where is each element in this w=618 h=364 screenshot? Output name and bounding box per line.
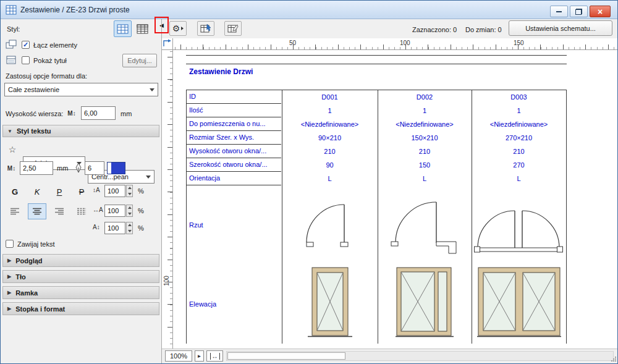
section-collapsed-icon: ▶ xyxy=(7,290,11,295)
scheme-settings-button[interactable]: Ustawienia schematu... xyxy=(509,20,612,36)
char-spacing-input[interactable] xyxy=(104,222,125,234)
pending-count-label: Do zmian: 0 xyxy=(465,26,502,33)
line-spacing-stepper[interactable] xyxy=(126,185,133,197)
char-width-stepper[interactable] xyxy=(126,205,133,217)
table-cell[interactable]: 210 xyxy=(472,145,565,158)
table-cell[interactable]: D001 xyxy=(282,90,377,104)
door-plan-d003[interactable] xyxy=(474,206,563,253)
fit-in-window-button[interactable]: ↔ xyxy=(206,350,223,362)
row-label[interactable]: Wysokość otworu okna/... xyxy=(187,145,281,158)
font-size-icon-button[interactable]: M↕ xyxy=(4,161,19,175)
line-spacing-input[interactable] xyxy=(104,185,125,197)
close-button[interactable]: × xyxy=(590,6,611,17)
table-cell[interactable]: L xyxy=(472,172,565,185)
align-center-button[interactable] xyxy=(28,203,46,219)
row-height-input[interactable] xyxy=(81,106,116,120)
section-frame-label: Ramka xyxy=(15,289,38,297)
row-label[interactable]: Do pomieszczenia o nu... xyxy=(187,117,281,131)
zoom-level-button[interactable]: 100% xyxy=(165,350,192,362)
row-label[interactable]: Ilość xyxy=(187,104,281,117)
pen-number-input[interactable] xyxy=(85,161,104,175)
pickup-parameters-button[interactable] xyxy=(197,21,214,36)
table-cell[interactable]: <Niezdefiniowane> xyxy=(282,117,377,131)
apply-format-label: Zastosuj opcje formatu dla: xyxy=(6,72,87,80)
char-spacing-stepper[interactable] xyxy=(126,222,133,234)
door-elevation-d003[interactable] xyxy=(477,266,561,341)
row-label[interactable]: Szerokość otworu okna/... xyxy=(187,158,281,172)
row-height-label: Wysokość wiersza: xyxy=(6,110,63,117)
align-justify-icon xyxy=(77,208,87,215)
table-cell[interactable]: 150×210 xyxy=(378,131,471,145)
minimize-button[interactable] xyxy=(550,6,568,17)
table-cell[interactable]: D002 xyxy=(378,90,471,104)
section-frame[interactable]: ▶ Ramka xyxy=(2,286,159,299)
section-background[interactable]: ▶ Tło xyxy=(2,270,159,283)
table-cell[interactable]: D003 xyxy=(472,90,565,104)
table-cell[interactable]: 270 xyxy=(472,158,565,172)
wrap-text-checkbox[interactable] xyxy=(6,240,14,248)
scrollbar-thumb[interactable] xyxy=(227,352,345,360)
view-table-toggle[interactable] xyxy=(133,20,151,37)
align-justify-button[interactable] xyxy=(72,203,91,219)
section-text-style[interactable]: ▼ Styl tekstu xyxy=(2,125,159,137)
row-label[interactable]: ID xyxy=(187,90,281,104)
table-cell[interactable]: 270×210 xyxy=(472,131,565,145)
align-left-button[interactable] xyxy=(6,203,24,219)
ruler-origin-box[interactable] xyxy=(162,38,173,50)
font-size-input[interactable] xyxy=(20,161,53,175)
table-cell[interactable]: <Niezdefiniowane> xyxy=(472,117,565,131)
table-cell[interactable]: 210 xyxy=(378,145,471,158)
merge-elements-checkbox[interactable]: ✓ xyxy=(22,41,30,49)
pen-color-swatch[interactable] xyxy=(107,162,125,174)
favorite-style-button[interactable]: ☆ xyxy=(4,142,20,157)
plan-row-label[interactable]: Rzut xyxy=(187,185,281,265)
options-gear-button[interactable]: ⚙ xyxy=(169,21,187,36)
ruler-origin-icon xyxy=(162,38,172,49)
table-cell[interactable]: <Niezdefiniowane> xyxy=(378,117,471,131)
ruler-tick-label: 50 xyxy=(289,40,296,46)
restore-button[interactable] xyxy=(570,6,588,17)
row-height-unit: mm xyxy=(121,110,132,117)
door-plan-d001[interactable] xyxy=(306,197,353,250)
section-footer-format[interactable]: ▶ Stopka i format xyxy=(2,302,159,315)
strikethrough-button[interactable]: P xyxy=(72,184,91,200)
schedule-canvas[interactable]: Zestawienie Drzwi ID Ilość Do pomieszcze… xyxy=(173,50,617,349)
table-cell[interactable]: L xyxy=(378,172,471,185)
underline-button[interactable]: P xyxy=(50,184,69,200)
table-cell[interactable]: 150 xyxy=(378,158,471,172)
section-preview[interactable]: ▶ Podgląd xyxy=(2,254,159,267)
table-cell[interactable]: 1 xyxy=(472,104,565,117)
horizontal-scrollbar[interactable] xyxy=(226,351,614,361)
elevation-row-label[interactable]: Elewacja xyxy=(187,265,281,344)
resize-grip[interactable] xyxy=(611,356,617,362)
table-cell[interactable]: 210 xyxy=(282,145,377,158)
edit-title-button[interactable]: Edytuj... xyxy=(122,54,157,67)
row-label[interactable]: Orientacja xyxy=(187,172,281,185)
table-cell[interactable]: 90 xyxy=(282,158,377,172)
schedule-title: Zestawienie Drzwi xyxy=(189,67,253,76)
show-title-checkbox[interactable] xyxy=(22,56,30,64)
door-elevation-d002[interactable] xyxy=(396,266,454,341)
align-right-button[interactable] xyxy=(50,203,69,219)
inject-parameters-button[interactable] xyxy=(224,21,242,36)
view-schedule-toggle[interactable] xyxy=(114,20,132,37)
door-elevation-d001[interactable] xyxy=(308,266,352,341)
stepper-up-icon xyxy=(128,206,132,209)
door-plan-d002[interactable] xyxy=(391,196,459,254)
bold-button[interactable]: G xyxy=(6,184,24,200)
table-cell[interactable]: 1 xyxy=(378,104,471,117)
italic-button[interactable]: K xyxy=(28,184,46,200)
char-width-input[interactable] xyxy=(104,205,125,217)
zoom-menu-button[interactable]: ► xyxy=(195,350,204,362)
inject-parameters-icon xyxy=(227,23,239,33)
row-height-icon-button[interactable]: M↕ xyxy=(64,106,80,120)
show-title-label: Pokaż tytuł xyxy=(33,57,67,64)
table-cell[interactable]: 90×210 xyxy=(282,131,377,145)
window-title: Zestawienie / ZE-23 Drzwi proste xyxy=(20,6,130,14)
table-cell[interactable]: 1 xyxy=(282,104,377,117)
titlebar[interactable]: Zestawienie / ZE-23 Drzwi proste × xyxy=(1,1,617,19)
row-label[interactable]: Rozmiar Szer. x Wys. xyxy=(187,131,281,145)
apply-format-select[interactable]: Całe zestawienie xyxy=(4,83,158,96)
table-cell[interactable]: L xyxy=(282,172,377,185)
font-size-icon: M↕ xyxy=(7,165,15,172)
